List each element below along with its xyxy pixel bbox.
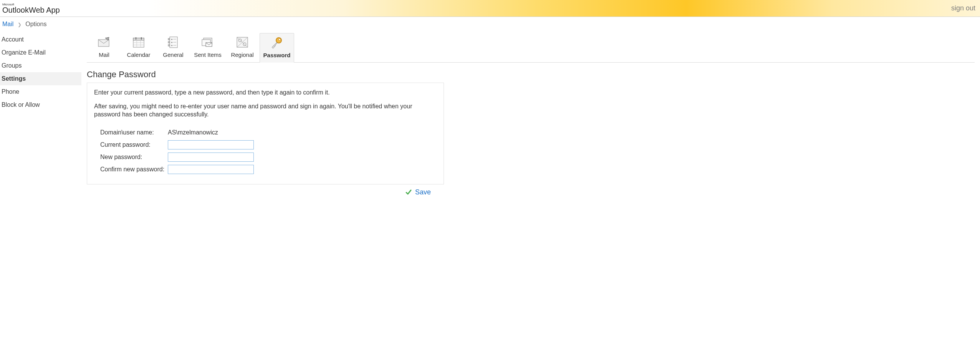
- svg-rect-12: [168, 45, 170, 46]
- intro-paragraph-1: Enter your current password, type a new …: [94, 88, 437, 97]
- svg-rect-2: [133, 38, 144, 40]
- sidebar-item-groups[interactable]: Groups: [0, 59, 81, 72]
- tab-label: Password: [260, 52, 294, 58]
- sent-items-icon: [201, 35, 215, 49]
- regional-icon: [235, 35, 249, 49]
- check-icon: [405, 189, 412, 196]
- form-row-new: New password:: [100, 151, 437, 163]
- save-button[interactable]: Save: [415, 188, 431, 196]
- intro-paragraph-2: After saving, you might need to re-enter…: [94, 102, 437, 119]
- password-form: Domain\user name: AS\mzelmanowicz Curren…: [100, 126, 437, 176]
- calendar-icon: [132, 35, 146, 49]
- tab-mail[interactable]: Mail: [87, 33, 121, 62]
- sidebar-item-phone[interactable]: Phone: [0, 85, 81, 98]
- svg-rect-14: [171, 42, 172, 43]
- new-password-label: New password:: [100, 154, 168, 161]
- sidebar-item-organize-email[interactable]: Organize E-Mail: [0, 46, 81, 59]
- settings-tabs: Mail Calendar: [87, 33, 975, 63]
- tab-sent-items[interactable]: Sent Items: [190, 33, 225, 62]
- tab-label: Sent Items: [190, 51, 225, 58]
- chevron-right-icon: ❯: [18, 22, 22, 27]
- breadcrumb-current: Options: [25, 21, 46, 27]
- tab-calendar[interactable]: Calendar: [121, 33, 156, 62]
- domain-user-label: Domain\user name:: [100, 129, 168, 136]
- current-password-label: Current password:: [100, 141, 168, 148]
- tab-label: Regional: [225, 51, 260, 58]
- new-password-input[interactable]: [168, 153, 254, 162]
- svg-rect-11: [168, 41, 170, 43]
- app-logo: Microsoft OutlookWeb App: [2, 3, 60, 14]
- tab-label: Calendar: [121, 51, 156, 58]
- breadcrumb: Mail ❯ Options: [0, 17, 980, 33]
- brand-outlook-web-app: OutlookWeb App: [2, 6, 60, 14]
- form-row-domain: Domain\user name: AS\mzelmanowicz: [100, 126, 437, 139]
- domain-user-value: AS\mzelmanowicz: [168, 129, 218, 136]
- svg-rect-10: [168, 38, 170, 40]
- tab-label: Mail: [87, 51, 121, 58]
- confirm-password-input[interactable]: [168, 165, 254, 174]
- page-title: Change Password: [87, 70, 975, 80]
- mail-icon: [97, 35, 111, 49]
- tab-password[interactable]: Password: [260, 33, 294, 63]
- breadcrumb-root-link[interactable]: Mail: [2, 21, 13, 27]
- tab-label: General: [156, 51, 190, 58]
- svg-rect-13: [171, 39, 172, 40]
- header: Microsoft OutlookWeb App sign out: [0, 0, 980, 17]
- main-content: Mail Calendar: [81, 33, 980, 196]
- save-row: Save: [87, 184, 444, 196]
- sidebar: Account Organize E-Mail Groups Settings …: [0, 33, 81, 196]
- svg-point-28: [279, 39, 281, 41]
- svg-rect-15: [171, 45, 172, 46]
- sidebar-item-settings[interactable]: Settings: [0, 72, 81, 85]
- confirm-password-label: Confirm new password:: [100, 166, 168, 173]
- sidebar-item-account[interactable]: Account: [0, 33, 81, 46]
- tab-regional[interactable]: Regional: [225, 33, 260, 62]
- sign-out-link[interactable]: sign out: [951, 4, 975, 12]
- form-row-confirm: Confirm new password:: [100, 163, 437, 176]
- current-password-input[interactable]: [168, 140, 254, 149]
- tab-general[interactable]: General: [156, 33, 190, 62]
- general-icon: [166, 35, 180, 49]
- password-icon: [270, 36, 284, 50]
- sidebar-item-block-or-allow[interactable]: Block or Allow: [0, 98, 81, 111]
- change-password-panel: Enter your current password, type a new …: [87, 83, 444, 184]
- form-row-current: Current password:: [100, 139, 437, 151]
